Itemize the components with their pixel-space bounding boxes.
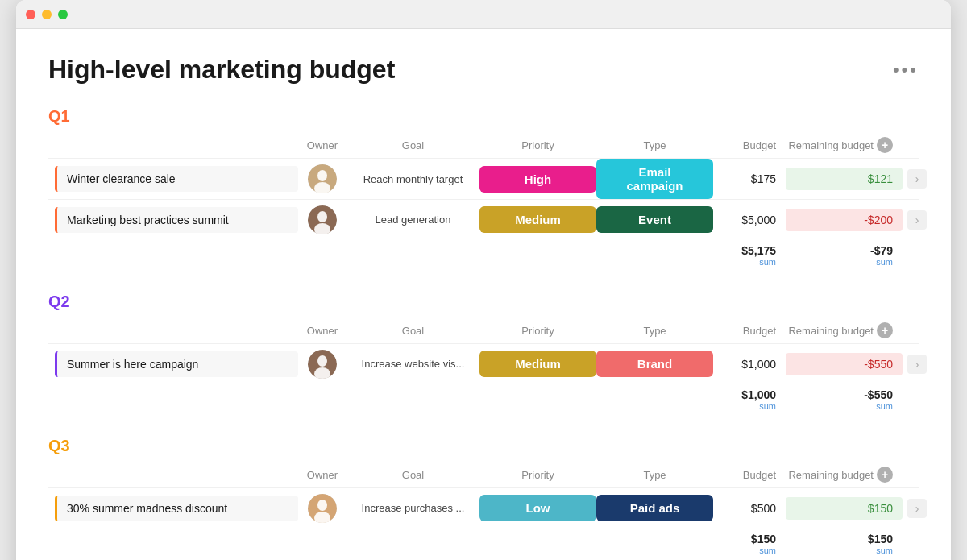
row-goal: Reach monthly target xyxy=(347,173,479,185)
row-name-text[interactable]: Winter clearance sale xyxy=(55,166,298,192)
row-action: › xyxy=(903,210,932,230)
row-type[interactable]: Brand xyxy=(596,351,713,377)
sum-remaining: -$550 sum xyxy=(786,388,903,411)
row-name-text[interactable]: Summer is here campaign xyxy=(55,351,298,377)
row-name-cell: 30% summer madness discount xyxy=(48,489,298,528)
row-name-text[interactable]: 30% summer madness discount xyxy=(55,496,298,521)
table-row: Summer is here campaign Increase website… xyxy=(48,343,919,384)
close-dot[interactable] xyxy=(26,10,35,19)
sum-remaining: $150 sum xyxy=(786,533,903,555)
row-priority[interactable]: Medium xyxy=(479,206,596,233)
minimize-dot[interactable] xyxy=(42,10,52,19)
table-q2: Owner Goal Priority Type Budget Remainin… xyxy=(48,319,919,414)
th-type: Type xyxy=(596,469,713,481)
avatar xyxy=(308,205,337,234)
th-remaining: Remaining budget + xyxy=(786,467,903,483)
row-priority[interactable]: Low xyxy=(479,495,596,521)
th-remaining: Remaining budget + xyxy=(786,322,903,338)
table-row: 30% summer madness discount Increase pur… xyxy=(48,487,919,528)
section-title-q1: Q1 xyxy=(48,107,919,126)
table-header: Owner Goal Priority Type Budget Remainin… xyxy=(48,134,919,158)
page-header: High-level marketing budget ••• xyxy=(48,55,919,85)
row-expand-button[interactable]: › xyxy=(907,210,927,230)
main-content: High-level marketing budget ••• Q1 Owner… xyxy=(16,29,951,560)
sum-budget: $5,175 sum xyxy=(713,244,786,267)
sum-remaining: -$79 sum xyxy=(786,244,903,267)
section-q3: Q3 Owner Goal Priority Type Budget Remai… xyxy=(48,437,919,558)
th-goal: Goal xyxy=(347,325,479,337)
th-owner: Owner xyxy=(298,469,347,481)
th-budget: Budget xyxy=(713,139,786,151)
th-goal: Goal xyxy=(347,139,479,151)
row-type[interactable]: Event xyxy=(596,206,713,233)
row-budget: $1,000 xyxy=(713,358,786,371)
table-header: Owner Goal Priority Type Budget Remainin… xyxy=(48,463,919,487)
th-budget: Budget xyxy=(713,469,786,481)
section-q2: Q2 Owner Goal Priority Type Budget Remai… xyxy=(48,292,919,414)
row-goal: Increase purchases ... xyxy=(347,502,479,514)
table-q1: Owner Goal Priority Type Budget Remainin… xyxy=(48,134,919,270)
row-expand-button[interactable]: › xyxy=(907,169,927,189)
row-remaining-budget: -$200 xyxy=(786,209,903,231)
sum-budget: $1,000 sum xyxy=(713,388,786,411)
th-goal: Goal xyxy=(347,469,479,481)
sum-row: $150 sum $150 sum xyxy=(48,529,919,558)
row-type[interactable]: Email campaign xyxy=(596,159,713,199)
maximize-dot[interactable] xyxy=(58,10,68,19)
add-column-button[interactable]: + xyxy=(877,467,893,483)
th-priority: Priority xyxy=(479,469,596,481)
th-type: Type xyxy=(596,139,713,151)
row-budget: $500 xyxy=(713,502,786,515)
row-remaining-budget: $121 xyxy=(786,168,903,190)
th-type: Type xyxy=(596,325,713,337)
row-remaining-budget: -$550 xyxy=(786,353,903,375)
sum-row: $1,000 sum -$550 sum xyxy=(48,385,919,414)
th-owner: Owner xyxy=(298,139,347,151)
add-column-button[interactable]: + xyxy=(877,137,893,153)
svg-point-1 xyxy=(317,170,327,181)
table-header: Owner Goal Priority Type Budget Remainin… xyxy=(48,319,919,343)
row-budget: $5,000 xyxy=(713,214,786,226)
row-expand-button[interactable]: › xyxy=(907,499,927,518)
sections-container: Q1 Owner Goal Priority Type Budget Remai… xyxy=(48,107,919,558)
row-goal: Increase website vis... xyxy=(347,358,479,370)
row-name-cell: Winter clearance sale xyxy=(48,160,298,198)
th-owner: Owner xyxy=(298,325,347,337)
row-expand-button[interactable]: › xyxy=(907,355,927,374)
add-column-button[interactable]: + xyxy=(877,322,893,338)
svg-point-10 xyxy=(317,500,327,511)
table-q3: Owner Goal Priority Type Budget Remainin… xyxy=(48,463,919,558)
titlebar xyxy=(16,0,951,29)
table-row: Winter clearance sale Reach monthly targ… xyxy=(48,158,919,199)
avatar xyxy=(308,164,337,193)
row-name-cell: Marketing best practices summit xyxy=(48,201,298,239)
row-action: › xyxy=(903,355,932,374)
row-remaining-budget: $150 xyxy=(786,497,903,520)
section-title-q2: Q2 xyxy=(48,292,919,311)
row-priority[interactable]: High xyxy=(479,166,596,193)
row-name-cell: Summer is here campaign xyxy=(48,345,298,384)
th-priority: Priority xyxy=(479,139,596,151)
section-q1: Q1 Owner Goal Priority Type Budget Remai… xyxy=(48,107,919,270)
svg-point-7 xyxy=(317,355,327,367)
row-action: › xyxy=(903,499,932,518)
row-budget: $175 xyxy=(713,172,786,185)
sum-row: $5,175 sum -$79 sum xyxy=(48,241,919,270)
sum-budget: $150 sum xyxy=(713,533,786,555)
row-goal: Lead generation xyxy=(347,214,479,226)
row-name-text[interactable]: Marketing best practices summit xyxy=(55,207,298,233)
th-budget: Budget xyxy=(713,325,786,337)
th-remaining: Remaining budget + xyxy=(786,137,903,153)
page-title: High-level marketing budget xyxy=(48,55,395,85)
th-priority: Priority xyxy=(479,325,596,337)
svg-point-4 xyxy=(317,211,327,222)
avatar xyxy=(308,350,337,379)
row-priority[interactable]: Medium xyxy=(479,351,596,377)
section-title-q3: Q3 xyxy=(48,437,919,455)
avatar xyxy=(308,494,337,523)
row-type[interactable]: Paid ads xyxy=(596,495,713,521)
row-action: › xyxy=(903,169,932,189)
table-row: Marketing best practices summit Lead gen… xyxy=(48,199,919,239)
app-window: High-level marketing budget ••• Q1 Owner… xyxy=(16,0,951,560)
more-button[interactable]: ••• xyxy=(893,61,919,79)
